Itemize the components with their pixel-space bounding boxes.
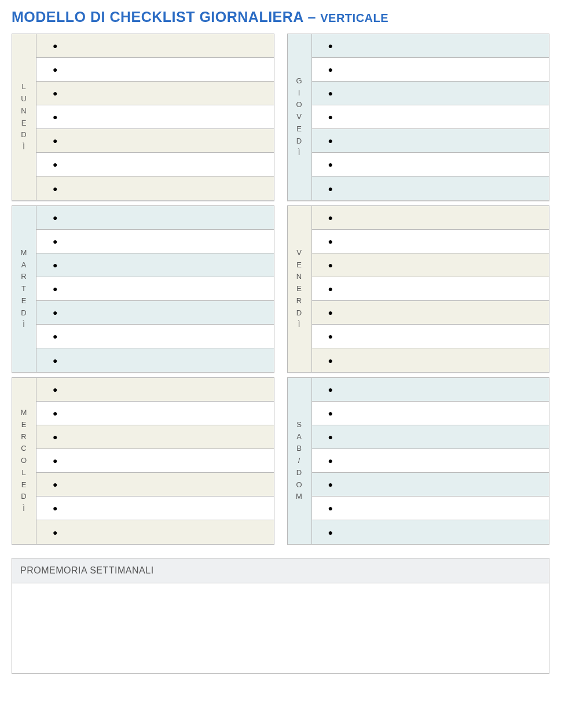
- day-rows: ●●●●●●●: [312, 206, 549, 372]
- bullet-icon: ●: [53, 457, 57, 465]
- checklist-row[interactable]: ●: [312, 82, 549, 105]
- checklist-row[interactable]: ●: [36, 348, 274, 372]
- bullet-icon: ●: [53, 528, 57, 536]
- day-label-letter: E: [21, 419, 27, 431]
- checklist-row[interactable]: ●: [36, 82, 274, 105]
- bullet-icon: ●: [328, 237, 333, 245]
- day-label-letter: V: [296, 111, 302, 123]
- day-block-mer: MERCOLEDÌ●●●●●●●: [12, 377, 274, 545]
- day-label-letter: D: [21, 129, 27, 141]
- day-label: VENERDÌ: [288, 206, 312, 372]
- bullet-icon: ●: [328, 528, 333, 536]
- checklist-row[interactable]: ●: [36, 473, 274, 497]
- checklist-row[interactable]: ●: [36, 34, 274, 58]
- checklist-row[interactable]: ●: [312, 206, 549, 230]
- bullet-icon: ●: [328, 285, 333, 293]
- checklist-row[interactable]: ●: [312, 58, 549, 82]
- checklist-row[interactable]: ●: [312, 402, 549, 425]
- bullet-icon: ●: [328, 65, 333, 73]
- checklist-row[interactable]: ●: [312, 325, 549, 348]
- checklist-row[interactable]: ●: [36, 58, 274, 82]
- checklist-row[interactable]: ●: [36, 129, 274, 153]
- checklist-row[interactable]: ●: [312, 277, 549, 301]
- reminders-body[interactable]: [12, 583, 549, 673]
- title-sub: VERTICALE: [320, 12, 388, 24]
- checklist-row[interactable]: ●: [36, 325, 274, 348]
- day-label: GIOVEDÌ: [288, 34, 312, 200]
- day-label-letter: D: [296, 307, 302, 319]
- checklist-row[interactable]: ●: [312, 378, 549, 402]
- day-label-letter: M: [21, 407, 28, 419]
- checklist-row[interactable]: ●: [36, 277, 274, 301]
- bullet-icon: ●: [53, 504, 57, 512]
- day-label-letter: G: [296, 75, 302, 87]
- day-label: SAB/DOM: [288, 378, 312, 544]
- checklist-row[interactable]: ●: [36, 177, 274, 200]
- bullet-icon: ●: [53, 285, 57, 293]
- checklist-row[interactable]: ●: [36, 253, 274, 277]
- bullet-icon: ●: [328, 385, 333, 394]
- day-label-letter: C: [21, 443, 27, 455]
- day-rows: ●●●●●●●: [36, 378, 274, 544]
- checklist-row[interactable]: ●: [36, 206, 274, 230]
- checklist-row[interactable]: ●: [312, 348, 549, 372]
- bullet-icon: ●: [53, 237, 57, 245]
- day-label-letter: I: [298, 87, 301, 100]
- day-rows: ●●●●●●●: [36, 34, 274, 200]
- bullet-icon: ●: [328, 185, 333, 193]
- day-label-letter: E: [21, 479, 27, 491]
- checklist-row[interactable]: ●: [36, 230, 274, 253]
- checklist-row[interactable]: ●: [312, 425, 549, 449]
- day-label-letter: E: [21, 117, 27, 130]
- checklist-row[interactable]: ●: [312, 301, 549, 325]
- day-block-ven: VENERDÌ●●●●●●●: [287, 205, 550, 373]
- day-label-letter: D: [296, 467, 302, 479]
- bullet-icon: ●: [328, 356, 333, 365]
- day-label-letter: E: [21, 295, 27, 307]
- checklist-row[interactable]: ●: [36, 378, 274, 402]
- day-label-letter: A: [21, 259, 27, 271]
- day-label-letter: N: [296, 271, 302, 283]
- checklist-row[interactable]: ●: [36, 425, 274, 449]
- checklist-row[interactable]: ●: [312, 497, 549, 520]
- bullet-icon: ●: [328, 89, 333, 97]
- checklist-row[interactable]: ●: [36, 301, 274, 325]
- day-rows: ●●●●●●●: [36, 206, 274, 372]
- day-label-letter: R: [296, 295, 302, 307]
- checklist-row[interactable]: ●: [312, 177, 549, 200]
- bullet-icon: ●: [53, 409, 57, 417]
- day-block-gio: GIOVEDÌ●●●●●●●: [287, 34, 550, 201]
- checklist-row[interactable]: ●: [312, 473, 549, 497]
- checklist-row[interactable]: ●: [312, 230, 549, 253]
- checklist-row[interactable]: ●: [312, 253, 549, 277]
- bullet-icon: ●: [328, 504, 333, 512]
- checklist-row[interactable]: ●: [36, 520, 274, 544]
- checklist-row[interactable]: ●: [36, 105, 274, 129]
- checklist-row[interactable]: ●: [312, 105, 549, 129]
- day-block-sab: SAB/DOM●●●●●●●: [287, 377, 550, 545]
- day-label-letter: Ì: [23, 319, 25, 331]
- day-label-letter: O: [296, 479, 302, 491]
- bullet-icon: ●: [328, 332, 333, 340]
- checklist-row[interactable]: ●: [312, 153, 549, 177]
- checklist-row[interactable]: ●: [36, 497, 274, 520]
- checklist-row[interactable]: ●: [36, 153, 274, 177]
- title-main: MODELLO DI CHECKLIST GIORNALIERA: [12, 9, 303, 25]
- day-block-lun: LUNEDÌ●●●●●●●: [12, 34, 274, 201]
- day-label-letter: V: [296, 247, 302, 259]
- bullet-icon: ●: [328, 113, 333, 121]
- bullet-icon: ●: [328, 137, 333, 145]
- checklist-row[interactable]: ●: [36, 449, 274, 473]
- bullet-icon: ●: [53, 89, 57, 97]
- bullet-icon: ●: [328, 261, 333, 269]
- day-label-letter: E: [296, 259, 302, 271]
- bullet-icon: ●: [53, 261, 57, 269]
- checklist-row[interactable]: ●: [312, 34, 549, 58]
- checklist-row[interactable]: ●: [312, 449, 549, 473]
- checklist-row[interactable]: ●: [36, 402, 274, 425]
- day-label-letter: N: [21, 105, 27, 117]
- checklist-row[interactable]: ●: [312, 520, 549, 544]
- bullet-icon: ●: [53, 433, 57, 441]
- bullet-icon: ●: [53, 308, 57, 317]
- checklist-row[interactable]: ●: [312, 129, 549, 153]
